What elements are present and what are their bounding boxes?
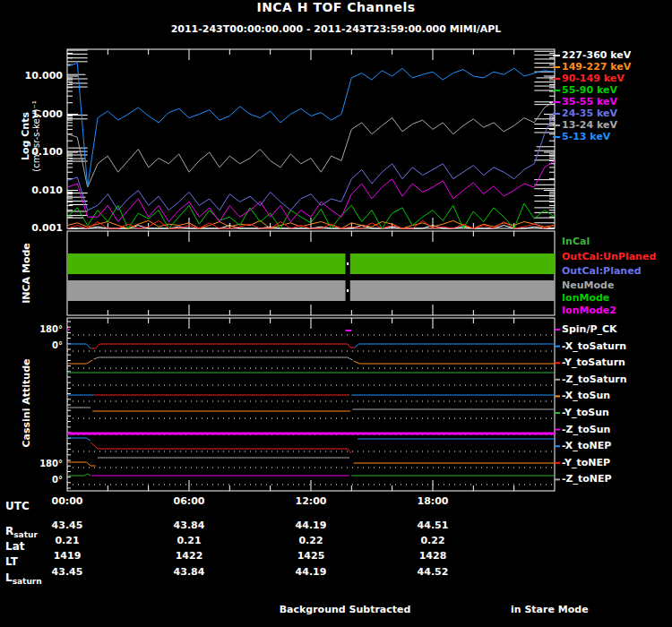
table-row-label-main: LT bbox=[5, 555, 18, 568]
table-row-label-main: L bbox=[5, 571, 13, 584]
mode-gap-dot bbox=[347, 262, 349, 265]
mode-legend-item: OutCal:UnPlaned bbox=[562, 252, 656, 262]
cal-mode-bar bbox=[67, 253, 346, 274]
table-row-label-sub: saturn bbox=[13, 577, 42, 586]
table-cell: 44.19 bbox=[284, 566, 338, 578]
attitude-line bbox=[67, 474, 90, 476]
log-tick-label: 10.000 bbox=[0, 70, 63, 82]
attitude-line bbox=[355, 344, 555, 348]
table-row-label: Lsaturn bbox=[5, 571, 42, 586]
attitude-legend-item: Spin/P_CK bbox=[562, 323, 617, 335]
page-title: INCA H TOF Channels bbox=[0, 0, 672, 14]
channel-legend-item: 90-149 keV bbox=[562, 73, 625, 84]
attitude-line bbox=[67, 438, 90, 441]
attitude-line bbox=[94, 357, 353, 360]
table-row-label-sub: satur bbox=[13, 530, 38, 539]
angle-label: 180° bbox=[0, 324, 63, 334]
mode-legend-item: IonMode2 bbox=[562, 305, 616, 316]
attitude-legend-item: -Z_toSaturn bbox=[562, 374, 627, 385]
angle-label: 180° bbox=[0, 459, 63, 468]
attitude-line bbox=[67, 360, 92, 364]
table-cell: 1422 bbox=[162, 550, 216, 562]
table-cell: 0.22 bbox=[406, 535, 460, 546]
attitude-legend-item: -Y_toNEP bbox=[562, 457, 610, 468]
inca-mode-axis-label: INCA Mode bbox=[21, 236, 33, 311]
background-subtracted-note: Background Subtracted bbox=[246, 604, 444, 615]
attitude-legend-item: -Y_toSun bbox=[562, 407, 609, 418]
neu-mode-bar bbox=[350, 280, 555, 301]
attitude-line bbox=[90, 442, 351, 453]
table-row-label-main: Lat bbox=[5, 540, 24, 553]
mode-legend-item: IonMode bbox=[562, 293, 609, 304]
table-cell: 43.84 bbox=[162, 520, 216, 531]
plot-subtitle: 2011-243T00:00:00.000 - 2011-243T23:59:0… bbox=[0, 23, 672, 35]
angle-label: 0° bbox=[0, 340, 63, 350]
table-cell: 43.45 bbox=[40, 520, 94, 531]
cal-mode-bar bbox=[350, 253, 555, 274]
table-cell: 1419 bbox=[40, 550, 94, 562]
table-cell: 0.21 bbox=[40, 535, 94, 546]
table-row-label: Rsatur bbox=[5, 525, 38, 539]
attitude-legend-item: -X_toNEP bbox=[562, 440, 611, 451]
attitude-legend-item: -Z_toSun bbox=[562, 424, 610, 435]
table-cell: 43.45 bbox=[40, 566, 94, 578]
stare-mode-note: in Stare Mode bbox=[511, 604, 589, 615]
inca-tof-plot-window: INCA H TOF Channels 2011-243T00:00:00.00… bbox=[0, 0, 672, 627]
mode-legend-item: InCal bbox=[562, 236, 590, 247]
mode-legend-item: NeuMode bbox=[562, 280, 614, 291]
table-cell: 43.84 bbox=[162, 566, 216, 578]
cassini-attitude-axis-label: Cassini Attitude bbox=[21, 353, 33, 453]
log-tick-label: 1.000 bbox=[0, 108, 63, 120]
utc-time-label: 18:00 bbox=[411, 495, 454, 507]
table-cell: 44.51 bbox=[406, 520, 460, 531]
attitude-legend-item: -Z_toNEP bbox=[562, 473, 612, 485]
neu-mode-bar bbox=[67, 280, 346, 301]
log-tick-label: 0.100 bbox=[0, 146, 63, 158]
table-cell: 44.52 bbox=[406, 566, 460, 578]
attitude-legend-item: -X_toSaturn bbox=[562, 340, 626, 352]
utc-axis-label: UTC bbox=[5, 500, 30, 512]
channel-legend-item: 13-24 keV bbox=[562, 120, 617, 131]
attitude-line bbox=[67, 462, 96, 466]
channel-legend-item: 55-90 keV bbox=[562, 85, 617, 96]
table-cell: 1425 bbox=[284, 550, 338, 562]
table-row-label: Lat bbox=[5, 540, 24, 553]
log-tick-label: 0.010 bbox=[0, 185, 63, 196]
attitude-legend-item: -Y_toSaturn bbox=[562, 356, 625, 368]
table-cell: 0.22 bbox=[284, 535, 338, 546]
channel-legend-item: 35-55 keV bbox=[562, 97, 617, 107]
trace-13-24keV bbox=[67, 101, 555, 187]
mode-legend-item: OutCal:Planed bbox=[562, 266, 642, 277]
channel-legend-item: 5-13 keV bbox=[562, 132, 610, 142]
attitude-line bbox=[354, 361, 555, 364]
channel-legend-item: 227-360 keV bbox=[562, 50, 631, 61]
channel-legend-item: 24-35 keV bbox=[562, 108, 617, 119]
attitude-line bbox=[67, 344, 90, 348]
table-cell: 0.21 bbox=[162, 535, 216, 546]
mode-gap-dot bbox=[347, 289, 349, 292]
attitude-legend-item: -X_toSun bbox=[562, 390, 610, 401]
channel-legend-item: 149-227 keV bbox=[562, 62, 631, 73]
table-cell: 1428 bbox=[406, 550, 460, 562]
trace-35-55keV bbox=[67, 160, 555, 221]
log-tick-label: 0.001 bbox=[0, 222, 63, 234]
table-row-label-main: R bbox=[5, 525, 13, 537]
angle-label: 0° bbox=[0, 475, 63, 485]
table-cell: 44.19 bbox=[284, 520, 338, 531]
utc-time-label: 06:00 bbox=[168, 495, 211, 507]
table-row-label: LT bbox=[5, 555, 18, 568]
utc-time-label: 00:00 bbox=[46, 495, 89, 507]
attitude-line bbox=[90, 344, 355, 348]
utc-time-label: 12:00 bbox=[289, 495, 332, 507]
